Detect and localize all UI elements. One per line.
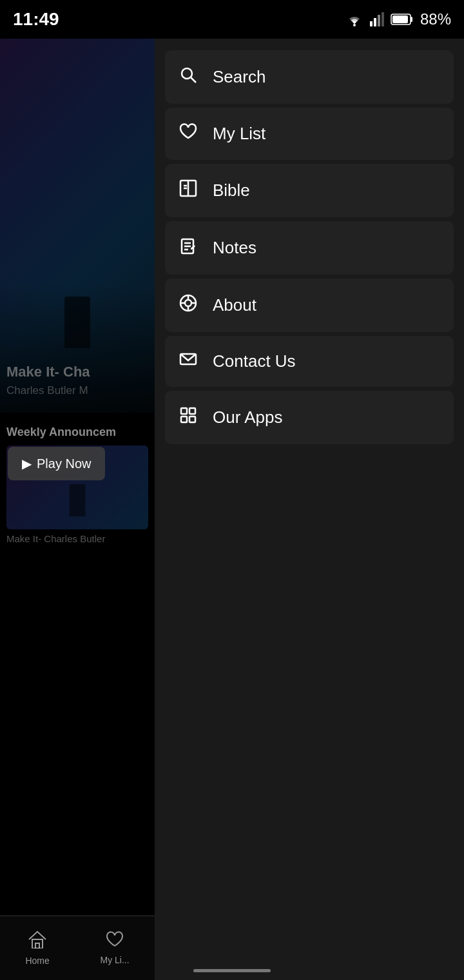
svg-point-19	[185, 300, 191, 306]
weekly-thumb-figure	[70, 484, 86, 516]
my-list-bottom-icon	[106, 931, 124, 952]
hero-subtitle: Charles Butler M	[6, 384, 88, 397]
bottom-nav-home[interactable]: Home	[25, 930, 49, 966]
home-label: Home	[25, 956, 49, 966]
svg-rect-3	[378, 15, 380, 26]
hero-title: Make It- Cha	[6, 364, 90, 380]
our-apps-label: Our Apps	[213, 407, 282, 427]
bible-icon	[178, 179, 198, 202]
about-icon	[178, 294, 198, 317]
notes-icon	[178, 237, 198, 259]
svg-rect-1	[370, 21, 372, 26]
hero-figure	[64, 297, 90, 348]
bottom-nav-my-list[interactable]: My Li...	[100, 931, 129, 965]
main-content: Make It- Cha Charles Butler M Weekly Ann…	[0, 39, 155, 980]
svg-rect-6	[411, 17, 412, 22]
about-label: About	[213, 295, 256, 315]
play-now-label: Play Now	[37, 456, 91, 471]
search-icon	[178, 66, 198, 88]
svg-rect-7	[392, 15, 408, 23]
drawer-item-our-apps[interactable]: Our Apps	[165, 391, 454, 444]
svg-rect-25	[181, 408, 187, 414]
drawer-item-bible[interactable]: Bible	[165, 164, 454, 217]
home-indicator	[193, 969, 271, 972]
status-icons: 88%	[345, 10, 451, 28]
drawer-item-my-list[interactable]: My List	[165, 108, 454, 160]
svg-rect-27	[181, 416, 187, 422]
my-list-label: My List	[213, 124, 266, 144]
svg-point-0	[353, 24, 356, 26]
svg-rect-30	[35, 943, 39, 948]
weekly-thumb-label: Make It- Charles Butler	[6, 533, 148, 544]
drawer-item-contact-us[interactable]: Contact Us	[165, 336, 454, 387]
search-label: Search	[213, 67, 266, 87]
svg-rect-28	[189, 416, 195, 422]
svg-rect-26	[189, 408, 195, 414]
bottom-nav: Home My Li...	[0, 916, 155, 980]
play-now-button[interactable]: ▶ Play Now	[8, 447, 105, 480]
battery-icon	[391, 13, 414, 26]
our-apps-icon	[178, 406, 198, 429]
hero-image: Make It- Cha Charles Butler M	[0, 39, 155, 413]
drawer: Search My List Bible	[155, 39, 464, 980]
svg-point-8	[182, 68, 192, 79]
weekly-section: Weekly Announcem Make It- Charles Butler	[0, 419, 155, 551]
status-time: 11:49	[13, 9, 59, 30]
drawer-item-search[interactable]: Search	[165, 50, 454, 104]
contact-us-label: Contact Us	[213, 351, 296, 371]
drawer-item-notes[interactable]: Notes	[165, 221, 454, 275]
weekly-title: Weekly Announcem	[6, 426, 148, 439]
contact-icon	[178, 351, 198, 371]
home-icon	[28, 930, 47, 953]
svg-rect-2	[374, 18, 376, 26]
bible-label: Bible	[213, 181, 250, 201]
my-list-bottom-label: My Li...	[100, 955, 129, 965]
drawer-item-about[interactable]: About	[165, 279, 454, 332]
status-bar: 11:49 88%	[0, 0, 464, 39]
svg-rect-4	[382, 12, 384, 26]
signal-icon	[370, 12, 384, 26]
svg-line-9	[191, 77, 196, 83]
notes-label: Notes	[213, 238, 256, 258]
wifi-icon	[345, 12, 363, 26]
heart-icon	[178, 123, 198, 144]
play-icon: ▶	[22, 456, 32, 471]
battery-percent: 88%	[420, 10, 451, 28]
